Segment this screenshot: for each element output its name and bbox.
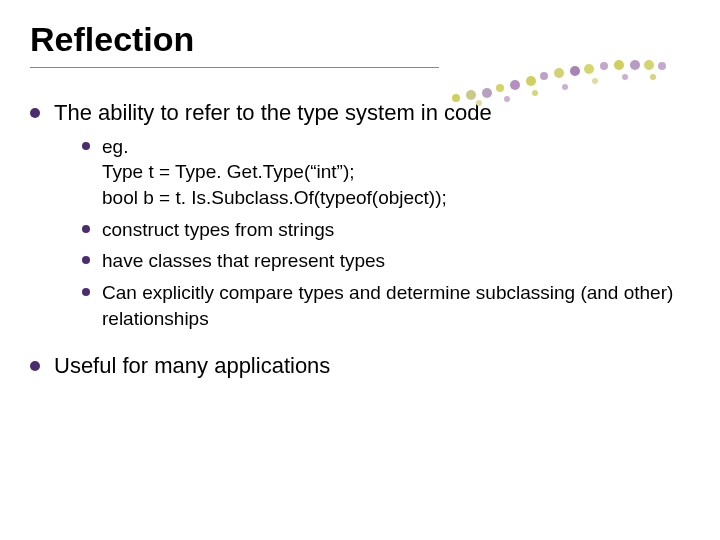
list-item-text: Useful for many applications bbox=[54, 353, 330, 378]
list-item: eg. Type t = Type. Get.Type(“int”); bool… bbox=[82, 134, 690, 211]
list-item: have classes that represent types bbox=[82, 248, 690, 274]
bullet-icon bbox=[30, 108, 40, 118]
list-item: The ability to refer to the type system … bbox=[30, 98, 690, 337]
list-item-text: have classes that represent types bbox=[102, 248, 690, 274]
decorative-dots bbox=[452, 46, 682, 106]
list-item: Can explicitly compare types and determi… bbox=[82, 280, 690, 331]
bullet-icon bbox=[82, 142, 90, 150]
bullet-icon bbox=[82, 256, 90, 264]
bullet-icon bbox=[82, 288, 90, 296]
list-item-text: eg. Type t = Type. Get.Type(“int”); bool… bbox=[102, 134, 690, 211]
bullet-icon bbox=[82, 225, 90, 233]
list-item-text: The ability to refer to the type system … bbox=[54, 100, 492, 125]
bullet-icon bbox=[30, 361, 40, 371]
list-item-text: Can explicitly compare types and determi… bbox=[102, 280, 690, 331]
slide-content: The ability to refer to the type system … bbox=[30, 98, 690, 381]
list-item-text: construct types from strings bbox=[102, 217, 690, 243]
slide-title: Reflection bbox=[30, 20, 439, 68]
slide: Reflection The ability to refer to the t… bbox=[0, 0, 720, 540]
list-item: Useful for many applications bbox=[30, 351, 690, 381]
list-item: construct types from strings bbox=[82, 217, 690, 243]
